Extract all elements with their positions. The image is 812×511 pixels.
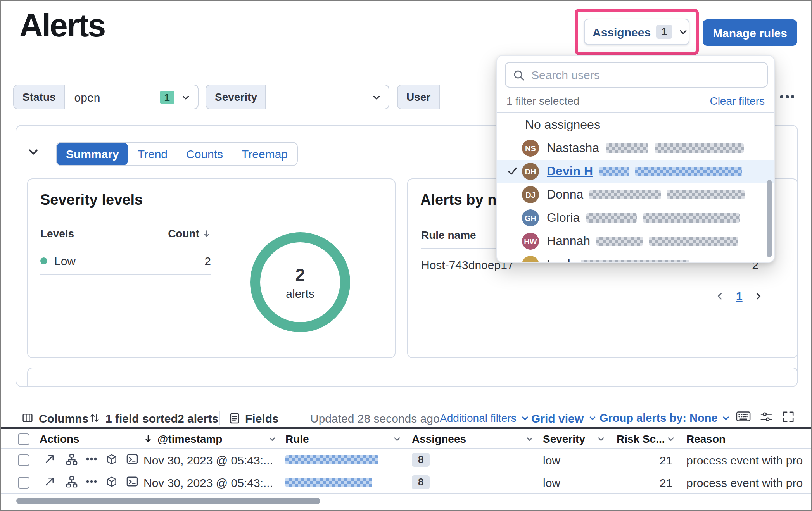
redacted-text	[605, 143, 648, 153]
chevron-down-icon	[26, 145, 40, 159]
chevron-down-icon[interactable]	[596, 434, 606, 444]
open-console-button[interactable]	[126, 454, 138, 464]
timestamp-header-label: @timestamp	[157, 432, 222, 445]
horizontal-scrollbar[interactable]	[16, 498, 320, 504]
tab-summary[interactable]: Summary	[57, 143, 128, 165]
expand-alert-button[interactable]	[44, 476, 55, 487]
expand-alert-button[interactable]	[44, 454, 55, 464]
page-title: Alerts	[19, 7, 105, 44]
chevron-down-icon[interactable]	[666, 434, 676, 444]
group-alerts-button[interactable]: Group alerts by: None	[599, 409, 731, 426]
chevron-down-icon[interactable]	[268, 434, 277, 444]
assignees-filter-button[interactable]: Assignees 1	[584, 19, 689, 45]
column-header-reason[interactable]: Reason	[686, 429, 726, 448]
assignee-option[interactable]: GH Gloria	[497, 206, 774, 230]
count-column-header[interactable]: Count	[168, 227, 211, 240]
search-users-input[interactable]	[531, 68, 760, 81]
avatar: NS	[522, 140, 539, 157]
assignee-option[interactable]: L Leah	[497, 253, 774, 263]
tab-counts[interactable]: Counts	[177, 143, 232, 165]
rule-cell[interactable]	[285, 471, 372, 493]
popover-scrollbar[interactable]	[767, 180, 772, 257]
severity-filter[interactable]: Severity	[206, 85, 389, 109]
fields-label: Fields	[245, 411, 279, 425]
assignee-option[interactable]: HW Hannah	[497, 230, 774, 253]
analyze-event-button[interactable]	[66, 454, 78, 465]
severity-levels-card: Severity levels Levels Count Low 2	[27, 178, 396, 358]
columns-icon	[22, 413, 33, 423]
assignees-count-cell[interactable]: 8	[412, 475, 430, 489]
severity-levels-table: Levels Count Low 2	[40, 227, 211, 275]
package-icon	[106, 476, 117, 488]
additional-filters-button[interactable]: Additional filters	[440, 409, 530, 426]
alerts-count-label: 2 alerts	[178, 409, 218, 426]
assignee-name: Leah	[547, 257, 574, 263]
column-header-actions: Actions	[40, 429, 79, 448]
column-header-risk-score[interactable]: Risk Sc...	[617, 429, 665, 448]
more-actions-button[interactable]	[86, 457, 97, 461]
chevron-down-icon[interactable]	[525, 434, 534, 444]
fields-button[interactable]: Fields	[230, 409, 279, 426]
timestamp-cell: Nov 30, 2023 @ 05:43:...	[143, 471, 273, 493]
assignee-name: Gloria	[547, 211, 580, 225]
pagination-page-1[interactable]: 1	[736, 289, 743, 302]
more-filters-button[interactable]	[777, 89, 797, 105]
open-console-button[interactable]	[126, 476, 138, 487]
assignee-name: Donna	[547, 188, 583, 202]
assignee-option[interactable]: NS Nastasha	[497, 136, 774, 160]
columns-label: Columns	[39, 411, 88, 425]
row-checkbox[interactable]	[18, 477, 29, 489]
column-header-timestamp[interactable]: @timestamp	[143, 429, 222, 448]
assignees-list: No assignees NS Nastasha DH Devin H	[497, 113, 774, 263]
timestamp-cell: Nov 30, 2023 @ 05:43:...	[143, 449, 273, 471]
redacted-text	[643, 213, 739, 223]
column-header-severity[interactable]: Severity	[543, 429, 585, 448]
risk-score-cell: 21	[617, 471, 672, 493]
alerts-page: Alerts Assignees 1 Manage rules Status o…	[0, 0, 812, 511]
toolbar-divider	[219, 411, 220, 425]
count-header-label: Count	[168, 227, 199, 240]
select-all-checkbox[interactable]	[18, 433, 29, 445]
display-options-button[interactable]	[760, 411, 772, 423]
chevron-down-icon	[181, 92, 191, 102]
manage-rules-button[interactable]: Manage rules	[703, 19, 797, 46]
severity-level-count: 2	[204, 254, 211, 268]
row-checkbox[interactable]	[18, 454, 29, 466]
severity-cell: low	[543, 471, 560, 493]
chevron-down-icon[interactable]	[392, 434, 402, 444]
clear-filters-link[interactable]: Clear filters	[710, 95, 765, 107]
fullscreen-button[interactable]	[783, 411, 794, 423]
column-header-assignees[interactable]: Assignees	[412, 429, 466, 448]
sorted-fields-button[interactable]: 1 field sorted	[89, 409, 178, 426]
tab-trend[interactable]: Trend	[128, 143, 177, 165]
more-actions-icon	[86, 457, 97, 461]
grid-view-button[interactable]: Grid view	[531, 409, 597, 426]
assignees-count-cell[interactable]: 8	[412, 453, 430, 467]
session-view-button[interactable]	[106, 454, 117, 465]
assignee-option[interactable]: DJ Donna	[497, 183, 774, 206]
expand-icon	[44, 454, 55, 464]
pagination-next-button[interactable]	[753, 290, 764, 301]
assignee-option-selected[interactable]: DH Devin H	[497, 160, 774, 183]
levels-column-header: Levels	[40, 227, 74, 240]
analyze-event-button[interactable]	[66, 476, 78, 488]
rule-cell[interactable]	[285, 449, 378, 471]
pagination-prev-button[interactable]	[714, 290, 725, 301]
assignees-popover: 1 filter selected Clear filters No assig…	[496, 55, 775, 263]
status-filter[interactable]: Status open 1	[13, 85, 199, 109]
columns-button[interactable]: Columns	[22, 409, 88, 426]
tab-treemap[interactable]: Treemap	[232, 143, 297, 165]
assignee-name: Hannah	[547, 234, 590, 248]
chevron-down-icon	[371, 92, 382, 102]
alert-row: Nov 30, 2023 @ 05:43:... 8 low 21 proces…	[1, 449, 811, 471]
more-actions-button[interactable]	[86, 480, 97, 483]
popover-meta-row: 1 filter selected Clear filters	[506, 91, 765, 110]
keyboard-shortcuts-button[interactable]	[736, 411, 751, 422]
redacted-text	[667, 190, 745, 199]
session-view-button[interactable]	[106, 476, 117, 488]
collapse-charts-button[interactable]	[26, 145, 40, 159]
user-filter-label: User	[398, 85, 440, 109]
assignee-option-no-assignees[interactable]: No assignees	[497, 113, 774, 136]
column-header-rule[interactable]: Rule	[285, 429, 309, 448]
keyboard-icon	[736, 411, 751, 422]
